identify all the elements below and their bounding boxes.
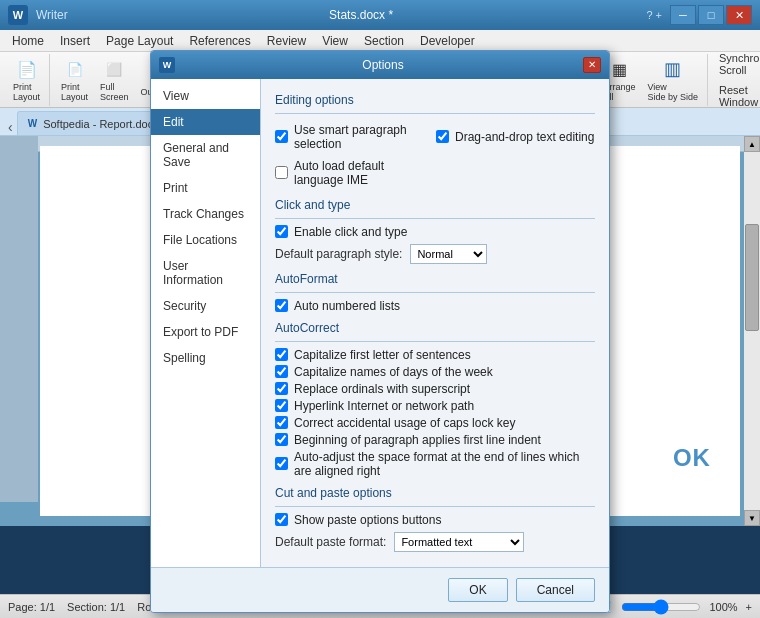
ok-button[interactable]: OK [448, 578, 507, 602]
drag-drop-checkbox[interactable] [436, 130, 449, 143]
sidebar-view[interactable]: View [151, 83, 260, 109]
sync-scroll-button[interactable]: Synchronous Scroll [714, 52, 760, 79]
auto-lang-checkbox[interactable] [275, 166, 288, 179]
menu-home[interactable]: Home [4, 32, 52, 50]
editing-options-divider [275, 113, 595, 114]
default-paste-format-label: Default paste format: [275, 535, 386, 549]
replace-ordinals-label: Replace ordinals with superscript [294, 382, 470, 396]
first-line-indent-checkbox[interactable] [275, 433, 288, 446]
hyperlink-checkbox[interactable] [275, 399, 288, 412]
dialog-body: View Edit General and Save Print Track C… [151, 79, 609, 567]
drag-drop-label: Drag-and-drop text editing [455, 130, 594, 144]
sidebar-track-changes[interactable]: Track Changes [151, 201, 260, 227]
click-type-divider [275, 218, 595, 219]
sidebar-edit[interactable]: Edit [151, 109, 260, 135]
menu-insert[interactable]: Insert [52, 32, 98, 50]
dialog-footer: OK Cancel [151, 567, 609, 612]
show-paste-checkbox[interactable] [275, 513, 288, 526]
capitalize-days-row[interactable]: Capitalize names of days of the week [275, 365, 595, 379]
replace-ordinals-checkbox[interactable] [275, 382, 288, 395]
tab-report-label: Softpedia - Report.docx [43, 118, 159, 130]
menu-developer[interactable]: Developer [412, 32, 483, 50]
auto-lang-label: Auto load default language IME [294, 159, 434, 187]
dialog-logo: W [159, 57, 175, 73]
editing-options-title: Editing options [275, 93, 595, 107]
menu-view[interactable]: View [314, 32, 356, 50]
smart-para-row[interactable]: Use smart paragraph selection [275, 123, 434, 151]
menu-section[interactable]: Section [356, 32, 412, 50]
minimize-button[interactable]: ─ [670, 5, 696, 25]
cut-paste-divider [275, 506, 595, 507]
autocorrect-divider [275, 341, 595, 342]
enable-click-type-label: Enable click and type [294, 225, 407, 239]
cancel-button[interactable]: Cancel [516, 578, 595, 602]
fullscreen-icon: ⬜ [102, 57, 126, 81]
sidebar-user-info[interactable]: User Information [151, 253, 260, 293]
auto-adjust-space-checkbox[interactable] [275, 457, 288, 470]
capitalize-sentences-label: Capitalize first letter of sentences [294, 348, 471, 362]
status-page: Page: 1/1 [8, 601, 55, 613]
maximize-button[interactable]: □ [698, 5, 724, 25]
auto-numbered-row[interactable]: Auto numbered lists [275, 299, 595, 313]
capitalize-days-label: Capitalize names of days of the week [294, 365, 493, 379]
sidebar-file-locations[interactable]: File Locations [151, 227, 260, 253]
view-side-by-side-button[interactable]: ▥ ViewSide by Side [642, 54, 703, 105]
sidebar-spelling[interactable]: Spelling [151, 345, 260, 371]
sidebar-export-pdf[interactable]: Export to PDF [151, 319, 260, 345]
zoom-slider[interactable] [621, 599, 701, 615]
window-title: Stats.docx * [76, 8, 647, 22]
default-para-style-label: Default paragraph style: [275, 247, 402, 261]
menu-references[interactable]: References [181, 32, 258, 50]
smart-para-checkbox[interactable] [275, 130, 288, 143]
tab-scroll-left[interactable]: ‹ [4, 119, 17, 135]
tab-report-icon: W [28, 118, 37, 129]
sidebar-security[interactable]: Security [151, 293, 260, 319]
dialog-title-bar: W Options ✕ [151, 51, 609, 79]
dialog-sidebar: View Edit General and Save Print Track C… [151, 79, 261, 567]
print-layout-button[interactable]: 📄 PrintLayout [8, 54, 45, 105]
title-bar: W Writer Stats.docx * ? + ─ □ ✕ [0, 0, 760, 30]
first-line-indent-label: Beginning of paragraph applies first lin… [294, 433, 541, 447]
dialog-overlay: W Options ✕ View Edit General and Save P… [0, 136, 760, 526]
capitalize-sentences-row[interactable]: Capitalize first letter of sentences [275, 348, 595, 362]
autoformat-title: AutoFormat [275, 272, 595, 286]
reset-window-label: Reset Window Pos. [719, 84, 760, 108]
replace-ordinals-row[interactable]: Replace ordinals with superscript [275, 382, 595, 396]
capitalize-days-checkbox[interactable] [275, 365, 288, 378]
sidebar-print[interactable]: Print [151, 175, 260, 201]
drag-drop-row[interactable]: Drag-and-drop text editing [436, 123, 595, 151]
caps-lock-row[interactable]: Correct accidental usage of caps lock ke… [275, 416, 595, 430]
menu-review[interactable]: Review [259, 32, 314, 50]
sidebar-general-save[interactable]: General and Save [151, 135, 260, 175]
default-para-style-select[interactable]: Normal Heading 1 Heading 2 [410, 244, 487, 264]
auto-adjust-space-row[interactable]: Auto-adjust the space format at the end … [275, 450, 595, 478]
menu-page-layout[interactable]: Page Layout [98, 32, 181, 50]
first-line-indent-row[interactable]: Beginning of paragraph applies first lin… [275, 433, 595, 447]
dialog-close-button[interactable]: ✕ [583, 57, 601, 73]
enable-click-type-row[interactable]: Enable click and type [275, 225, 595, 239]
zoom-level: 100% [709, 601, 737, 613]
window-controls[interactable]: ─ □ ✕ [670, 5, 752, 25]
sync-scroll-label: Synchronous Scroll [719, 52, 760, 76]
full-screen-btn2[interactable]: ⬜ FullScreen [95, 54, 134, 105]
auto-numbered-label: Auto numbered lists [294, 299, 400, 313]
default-paste-format-select[interactable]: Formatted text Plain text HTML [394, 532, 524, 552]
zoom-in-button[interactable]: + [746, 601, 752, 613]
auto-adjust-space-label: Auto-adjust the space format at the end … [294, 450, 595, 478]
toolbar-group-view: 📄 PrintLayout ⛶ FullScreen [4, 54, 50, 106]
options-dialog: W Options ✕ View Edit General and Save P… [150, 50, 610, 613]
caps-lock-checkbox[interactable] [275, 416, 288, 429]
enable-click-type-checkbox[interactable] [275, 225, 288, 238]
reset-window-button[interactable]: Reset Window Pos. [714, 81, 760, 109]
caps-lock-label: Correct accidental usage of caps lock ke… [294, 416, 515, 430]
default-paste-format-row: Default paste format: Formatted text Pla… [275, 532, 595, 552]
print-layout-btn2[interactable]: 📄 PrintLayout [56, 54, 93, 105]
auto-lang-row[interactable]: Auto load default language IME [275, 159, 434, 187]
capitalize-sentences-checkbox[interactable] [275, 348, 288, 361]
hyperlink-row[interactable]: Hyperlink Internet or network path [275, 399, 595, 413]
auto-numbered-checkbox[interactable] [275, 299, 288, 312]
dialog-content: Editing options Use smart paragraph sele… [261, 79, 609, 567]
smart-para-label: Use smart paragraph selection [294, 123, 434, 151]
close-button[interactable]: ✕ [726, 5, 752, 25]
show-paste-row[interactable]: Show paste options buttons [275, 513, 595, 527]
